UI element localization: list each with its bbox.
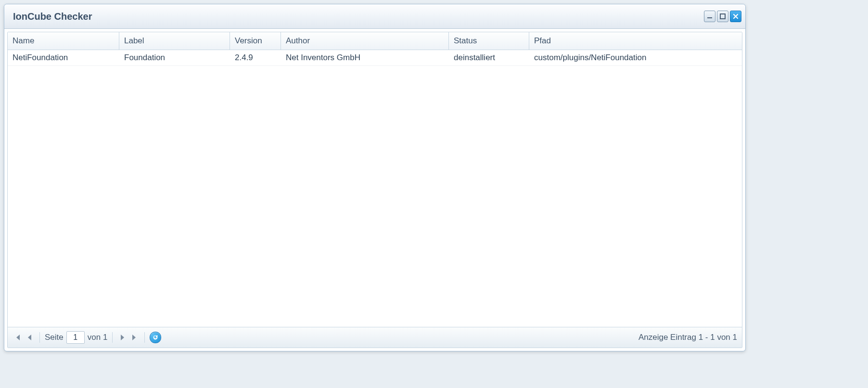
column-header-version[interactable]: Version (230, 32, 281, 50)
column-header-status[interactable]: Status (449, 32, 529, 50)
column-headers: Name Label Version Author Status Pfad (8, 32, 742, 50)
prev-page-icon (26, 334, 34, 341)
minimize-button[interactable] (704, 11, 715, 22)
first-page-button[interactable] (13, 333, 22, 342)
minimize-icon (706, 13, 713, 20)
display-info: Anzeige Eintrag 1 - 1 von 1 (638, 333, 737, 342)
first-page-icon (13, 334, 21, 341)
paging-toolbar: Seite von 1 Anzeige Eintrag 1 - 1 von 1 (8, 327, 742, 348)
svg-rect-0 (707, 17, 712, 18)
maximize-icon (719, 13, 726, 20)
grid-panel: Name Label Version Author Status Pfad Ne… (7, 32, 742, 348)
close-icon (732, 13, 739, 20)
next-page-button[interactable] (117, 333, 127, 342)
window-title: IonCube Checker (13, 11, 704, 22)
page-label: Seite (45, 333, 64, 342)
refresh-icon (152, 334, 159, 341)
toolbar-separator (144, 332, 145, 343)
last-page-button[interactable] (130, 333, 140, 342)
cell-author: Net Inventors GmbH (281, 53, 449, 63)
cell-label: Foundation (119, 53, 230, 63)
cell-name: NetiFoundation (8, 53, 119, 63)
last-page-icon (131, 334, 139, 341)
prev-page-button[interactable] (25, 333, 35, 342)
page-of-label: von 1 (88, 333, 108, 342)
svg-rect-1 (720, 14, 725, 19)
window-controls (704, 11, 741, 22)
cell-path: custom/plugins/NetiFoundation (529, 53, 742, 63)
table-body: NetiFoundation Foundation 2.4.9 Net Inve… (8, 50, 742, 327)
maximize-button[interactable] (717, 11, 728, 22)
column-header-author[interactable]: Author (281, 32, 449, 50)
cell-version: 2.4.9 (230, 53, 281, 63)
next-page-icon (118, 334, 126, 341)
ioncube-checker-window: IonCube Checker Name Label Version Autho… (4, 4, 746, 351)
close-button[interactable] (730, 11, 741, 22)
page-number-input[interactable] (66, 331, 85, 344)
column-header-label[interactable]: Label (119, 32, 230, 50)
cell-status: deinstalliert (449, 53, 529, 63)
toolbar-separator (112, 332, 113, 343)
titlebar[interactable]: IonCube Checker (4, 4, 745, 29)
column-header-name[interactable]: Name (8, 32, 119, 50)
toolbar-separator (39, 332, 40, 343)
column-header-path[interactable]: Pfad (529, 32, 742, 50)
refresh-button[interactable] (150, 332, 161, 343)
table-row[interactable]: NetiFoundation Foundation 2.4.9 Net Inve… (8, 50, 742, 66)
